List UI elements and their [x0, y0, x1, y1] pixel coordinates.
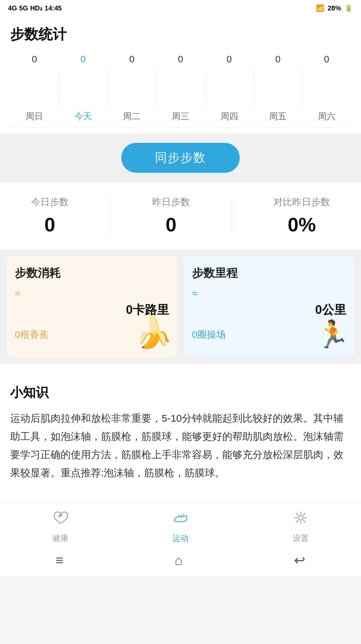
chart-label-2: 周二: [123, 110, 140, 122]
chart-bar-wrap-4: [205, 67, 254, 107]
page-title: 步数统计: [10, 25, 351, 44]
shoe-icon: [172, 509, 189, 530]
banana-image: 🍌: [135, 315, 172, 350]
chart-label-6: 周六: [318, 110, 335, 122]
chart-value-6: 0: [324, 54, 329, 65]
main-content: 步数统计 0 周日 0 今天 0 周二: [0, 15, 361, 576]
status-left: 4G 5G HD₂ 14:45: [8, 4, 62, 12]
stat-yesterday-value: 0: [166, 213, 176, 236]
bottom-gesture-bar: ≡ ⌂ ↩: [0, 547, 361, 576]
runner-image: 🏃: [316, 319, 350, 350]
stat-today-label: 今日步数: [31, 196, 69, 208]
stats-section: 今日步数 0 昨日步数 0 对比昨日步数 0%: [0, 182, 361, 249]
chart-col-5: 0 周五: [254, 54, 302, 122]
distance-card-title: 步数里程: [192, 265, 346, 281]
calories-card-title: 步数消耗: [15, 265, 169, 281]
runner-icon: 🏃: [316, 319, 350, 349]
battery-percent: 28%: [328, 4, 341, 12]
battery-icon: 🔋: [344, 4, 353, 12]
svg-point-1: [298, 515, 303, 520]
calories-approx-icon: ≈: [15, 288, 169, 299]
distance-approx-icon: ≈: [192, 288, 346, 299]
heart-icon: [52, 509, 69, 530]
nav-label-settings: 设置: [293, 533, 309, 544]
stat-compare-label: 对比昨日步数: [273, 196, 330, 208]
chart-col-6: 0 周六: [302, 54, 351, 122]
stat-compare-value: 0%: [288, 213, 316, 236]
status-right: 📶 28% 🔋: [316, 4, 353, 12]
signal-5g: 5G: [19, 4, 28, 12]
stat-today-value: 0: [44, 213, 55, 236]
chart-col-2: 0 周二: [107, 54, 156, 122]
chart-bar-wrap-6: [302, 67, 351, 107]
bottom-nav: 健康 运动 设置: [0, 502, 361, 547]
calories-card: 步数消耗 ≈ 0卡路里 0根香蕉 🍌: [7, 256, 177, 357]
chart-value-4: 0: [227, 54, 232, 65]
wifi-icon: 📶: [316, 4, 324, 12]
chart-label-5: 周五: [269, 110, 287, 122]
status-bar: 4G 5G HD₂ 14:45 📶 28% 🔋: [0, 0, 361, 15]
steps-section: 步数统计 0 周日 0 今天 0 周二: [0, 15, 361, 128]
chart-col-3: 0 周三: [156, 54, 205, 122]
back-icon: ↩: [294, 552, 305, 568]
chart-bar-wrap-0: [10, 67, 59, 107]
chart-col-1: 0 今天: [59, 54, 108, 122]
nav-item-settings[interactable]: 设置: [281, 509, 321, 544]
chart-label-4: 周四: [221, 110, 238, 122]
nav-item-health[interactable]: 健康: [40, 509, 80, 544]
chart-label-0: 周日: [26, 110, 43, 122]
stat-compare: 对比昨日步数 0%: [273, 196, 330, 236]
knowledge-section: 小知识 运动后肌肉拉伸和放松非常重要，5-10分钟就能起到比较好的效果。其中辅助…: [0, 371, 361, 495]
chart-col-0: 0 周日: [10, 54, 59, 122]
banana-icon: 🍌: [135, 316, 172, 349]
stat-divider-1: [110, 196, 110, 236]
gear-icon: [292, 509, 309, 530]
menu-icon: ≡: [56, 553, 63, 568]
distance-card: 步数里程 ≈ 0公里 0圈操场 🏃: [184, 256, 354, 357]
nav-label-health: 健康: [52, 533, 68, 544]
sync-button[interactable]: 同步步数: [121, 143, 240, 173]
chart-bar-wrap-2: [107, 67, 156, 107]
stat-divider-2: [232, 196, 232, 236]
steps-chart: 0 周日 0 今天 0 周二 0: [10, 54, 351, 128]
cards-section: 步数消耗 ≈ 0卡路里 0根香蕉 🍌 步数里程 ≈ 0公里 0圈操场 🏃: [0, 249, 361, 364]
chart-label-3: 周三: [172, 110, 189, 122]
chart-col-4: 0 周四: [205, 54, 254, 122]
signal-hd: HD₂: [30, 4, 42, 12]
chart-value-0: 0: [32, 54, 37, 65]
home-icon: ⌂: [175, 553, 183, 568]
stat-yesterday-label: 昨日步数: [152, 196, 190, 208]
knowledge-title: 小知识: [10, 384, 351, 401]
nav-label-sport: 运动: [172, 533, 189, 544]
stat-yesterday: 昨日步数 0: [152, 196, 190, 236]
distance-amount: 0公里: [192, 302, 346, 318]
chart-bar-wrap-3: [156, 67, 205, 107]
chart-bar-wrap-5: [254, 67, 302, 107]
time: 14:45: [44, 4, 62, 12]
knowledge-text: 运动后肌肉拉伸和放松非常重要，5-10分钟就能起到比较好的效果。其中辅助工具，如…: [10, 409, 351, 482]
chart-value-1: 0: [80, 54, 86, 65]
signal-4g: 4G: [8, 4, 17, 12]
chart-value-2: 0: [129, 54, 135, 65]
chart-label-1: 今天: [74, 110, 92, 122]
sync-section: 同步步数: [0, 133, 361, 182]
chart-value-5: 0: [275, 54, 281, 65]
chart-bar-wrap-1: [59, 67, 108, 107]
stat-today: 今日步数 0: [31, 196, 69, 236]
chart-value-3: 0: [178, 54, 183, 65]
nav-item-sport[interactable]: 运动: [160, 509, 201, 544]
